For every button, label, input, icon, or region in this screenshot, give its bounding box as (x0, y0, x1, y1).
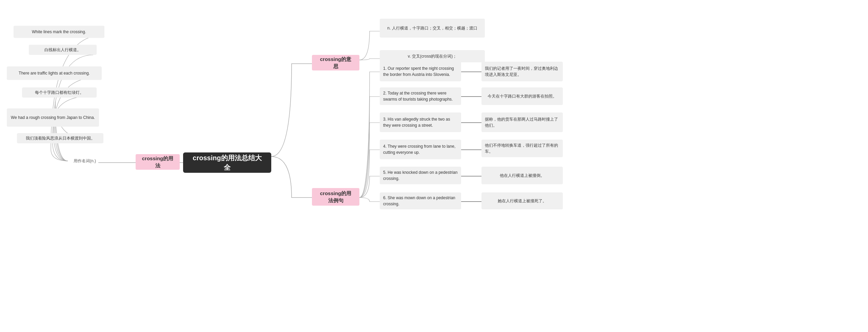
leaf-cn-2: 每个十字路口都有红绿灯。 (22, 87, 97, 98)
example-cn-1: 我们的记者用了一夜时间，穿过奥地利边境进入斯洛文尼亚。 (481, 62, 563, 81)
node-crossing-usage: crossing的用法 (136, 154, 180, 170)
node-noun-label: 用作名词(n.) (66, 156, 103, 166)
example-cn-3: 据称，他的货车在那两人过马路时撞上了他们。 (481, 112, 563, 132)
node-crossing-meaning: crossing的意思 (312, 55, 359, 70)
example-en-1: 1. Our reporter spent the night crossing… (380, 62, 461, 81)
example-cn-2: 今天在十字路口有大群的游客在拍照。 (481, 87, 563, 105)
leaf-en-3: We had a rough crossing from Japan to Ch… (7, 108, 99, 127)
connections-svg (0, 0, 868, 332)
example-cn-4: 他们不停地转换车道，强行超过了所有的车。 (481, 140, 563, 157)
leaf-cn-3: 我们顶着险风恶浪从日本横渡到中国。 (17, 133, 103, 143)
example-cn-5: 他在人行横道上被撞倒。 (481, 167, 563, 184)
center-node: crossing的用法总结大全 (183, 152, 271, 173)
meaning-2: v. 交叉(cross的现在分词)； (380, 50, 485, 62)
example-en-2: 2. Today at the crossing there were swar… (380, 87, 461, 105)
example-en-3: 3. His van allegedly struck the two as t… (380, 112, 461, 132)
meaning-1: n. 人行横道，十字路口；交叉，相交；横越；渡口 (380, 19, 485, 38)
leaf-en-1: White lines mark the crossing. (14, 26, 104, 38)
node-crossing-examples: crossing的用法例句 (312, 188, 359, 206)
example-en-5: 5. He was knocked down on a pedestrian c… (380, 167, 461, 184)
example-en-4: 4. They were crossing from lane to lane,… (380, 140, 461, 159)
leaf-en-2: There are traffic lights at each crossin… (7, 66, 102, 80)
example-en-6: 6. She was mown down on a pedestrian cro… (380, 192, 461, 209)
leaf-cn-1: 白线标出人行横道。 (29, 45, 97, 55)
mind-map: crossing的用法总结大全 crossing的用法 用作名词(n.) Whi… (0, 0, 868, 332)
example-cn-6: 她在人行横道上被撞死了。 (481, 192, 563, 209)
